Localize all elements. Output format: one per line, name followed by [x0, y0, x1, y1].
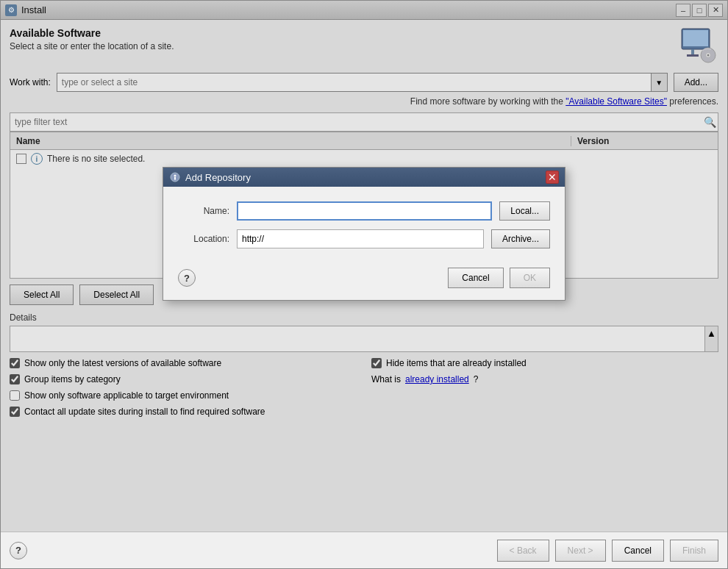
window-title: Install: [21, 4, 46, 15]
dialog-local-button[interactable]: Local...: [499, 201, 550, 221]
dialog-name-label: Name:: [178, 206, 229, 216]
title-bar-left: ⚙ Install: [5, 4, 46, 16]
maximize-button[interactable]: □: [692, 4, 707, 17]
dialog-location-input[interactable]: [237, 229, 484, 248]
dialog-title-left: Add Repository: [169, 171, 251, 183]
dialog-location-row: Location: Archive...: [178, 229, 550, 248]
bottom-bar: ? < Back Next > Cancel Finish: [1, 532, 727, 568]
svg-point-8: [174, 175, 176, 177]
dialog-cancel-button[interactable]: Cancel: [448, 268, 503, 288]
close-button[interactable]: ✕: [708, 4, 723, 17]
main-window: ⚙ Install – □ ✕ Available Software Selec…: [0, 0, 728, 569]
add-repository-dialog: Add Repository ✕ Name: Local... Location…: [163, 167, 565, 301]
next-button[interactable]: Next >: [555, 540, 606, 562]
dialog-name-input[interactable]: [237, 201, 492, 221]
dialog-archive-button[interactable]: Archive...: [491, 229, 550, 248]
dialog-footer-buttons: Cancel OK: [448, 268, 550, 288]
dialog-close-button[interactable]: ✕: [546, 171, 559, 184]
dialog-title: Add Repository: [185, 172, 251, 183]
back-button[interactable]: < Back: [497, 540, 549, 562]
dialog-footer: ? Cancel OK: [163, 260, 565, 300]
dialog-name-row: Name: Local...: [178, 201, 550, 221]
dialog-location-label: Location:: [178, 234, 229, 244]
main-content: Available Software Select a site or ente…: [1, 20, 727, 532]
minimize-button[interactable]: –: [676, 4, 690, 17]
dialog-ok-button[interactable]: OK: [510, 268, 550, 288]
bottom-right: < Back Next > Cancel Finish: [497, 540, 718, 562]
dialog-body: Name: Local... Location: Archive...: [163, 187, 565, 260]
cancel-button[interactable]: Cancel: [612, 540, 664, 562]
dialog-title-bar: Add Repository ✕: [163, 168, 565, 187]
finish-button[interactable]: Finish: [670, 540, 718, 562]
help-button[interactable]: ?: [10, 542, 27, 559]
bottom-left: ?: [10, 542, 27, 559]
dialog-help-button[interactable]: ?: [178, 269, 196, 287]
window-icon: ⚙: [5, 4, 17, 16]
dialog-icon: [169, 171, 181, 183]
title-bar-controls: – □ ✕: [676, 4, 723, 17]
title-bar: ⚙ Install – □ ✕: [1, 1, 727, 20]
